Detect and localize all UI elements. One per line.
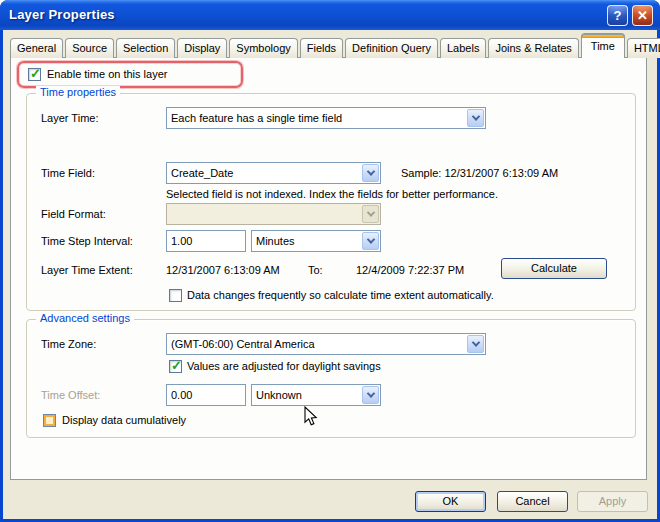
- chevron-down-icon[interactable]: [467, 109, 484, 127]
- tab-general[interactable]: General: [10, 38, 63, 58]
- tab-selection[interactable]: Selection: [116, 38, 175, 58]
- time-offset-unit-value: Unknown: [252, 389, 362, 401]
- chevron-down-icon[interactable]: [362, 164, 379, 182]
- mouse-cursor: [304, 406, 318, 427]
- time-offset-value-input[interactable]: [166, 384, 246, 406]
- daylight-savings-checkbox[interactable]: [169, 360, 182, 373]
- chevron-down-icon[interactable]: [362, 232, 379, 250]
- tab-time[interactable]: Time: [581, 33, 625, 58]
- daylight-savings-label: Values are adjusted for daylight savings: [187, 360, 381, 372]
- tab-html-popup[interactable]: HTML Popup: [627, 38, 660, 58]
- time-field-select[interactable]: Create_Date: [166, 162, 381, 184]
- time-field-sample: Sample: 12/31/2007 6:13:09 AM: [401, 167, 558, 179]
- tab-source[interactable]: Source: [65, 38, 114, 58]
- time-step-label: Time Step Interval:: [41, 235, 133, 247]
- time-offset-unit-select[interactable]: Unknown: [251, 384, 381, 406]
- cancel-button[interactable]: Cancel: [497, 491, 568, 512]
- time-field-value: Create_Date: [167, 167, 362, 179]
- extent-label: Layer Time Extent:: [41, 264, 133, 276]
- tab-fields[interactable]: Fields: [300, 38, 343, 58]
- tab-definition-query[interactable]: Definition Query: [345, 38, 438, 58]
- chevron-down-icon[interactable]: [467, 335, 484, 353]
- time-step-value-input[interactable]: [166, 230, 246, 252]
- extent-to-label: To:: [308, 264, 323, 276]
- title-bar[interactable]: Layer Properties ? ✕: [0, 0, 660, 30]
- tab-symbology[interactable]: Symbology: [229, 38, 297, 58]
- display-cumulatively-label: Display data cumulatively: [62, 414, 186, 426]
- ok-button[interactable]: OK: [415, 491, 486, 512]
- layer-time-label: Layer Time:: [41, 112, 98, 124]
- time-zone-select[interactable]: (GMT-06:00) Central America: [166, 333, 486, 355]
- enable-time-label: Enable time on this layer: [47, 68, 167, 80]
- time-properties-group-title: Time properties: [36, 86, 120, 98]
- help-icon[interactable]: ?: [607, 5, 628, 26]
- chevron-down-icon: [362, 205, 379, 223]
- auto-calculate-label: Data changes frequently so calculate tim…: [187, 289, 494, 301]
- display-cumulatively-checkbox[interactable]: [43, 414, 56, 427]
- enable-time-checkbox[interactable]: [28, 68, 41, 81]
- time-zone-value: (GMT-06:00) Central America: [167, 338, 467, 350]
- field-format-select: [166, 203, 381, 225]
- tab-display[interactable]: Display: [177, 38, 227, 58]
- auto-calculate-checkbox[interactable]: [169, 289, 182, 302]
- layer-time-select[interactable]: Each feature has a single time field: [166, 107, 486, 129]
- time-field-label: Time Field:: [41, 167, 95, 179]
- time-step-unit-value: Minutes: [252, 235, 362, 247]
- extent-start-value: 12/31/2007 6:13:09 AM: [166, 264, 280, 276]
- time-offset-label: Time Offset:: [41, 389, 100, 401]
- time-step-unit-select[interactable]: Minutes: [251, 230, 381, 252]
- window-title: Layer Properties: [9, 7, 115, 22]
- layer-properties-dialog: Layer Properties ? ✕ General Source Sele…: [0, 0, 660, 522]
- chevron-down-icon[interactable]: [362, 386, 379, 404]
- index-warning-text: Selected field is not indexed. Index the…: [166, 188, 498, 200]
- dialog-body: General Source Selection Display Symbolo…: [3, 30, 657, 519]
- advanced-settings-group-title: Advanced settings: [36, 312, 134, 324]
- apply-button[interactable]: Apply: [577, 491, 648, 512]
- tab-joins-relates[interactable]: Joins & Relates: [488, 38, 578, 58]
- extent-end-value: 12/4/2009 7:22:37 PM: [356, 264, 464, 276]
- field-format-label: Field Format:: [41, 208, 106, 220]
- time-tab-page: Enable time on this layer Time propertie…: [10, 57, 647, 480]
- tab-labels[interactable]: Labels: [440, 38, 486, 58]
- layer-time-value: Each feature has a single time field: [167, 112, 467, 124]
- calculate-button[interactable]: Calculate: [501, 258, 607, 279]
- close-icon[interactable]: ✕: [632, 5, 653, 26]
- time-zone-label: Time Zone:: [41, 338, 96, 350]
- tab-strip: General Source Selection Display Symbolo…: [10, 33, 660, 58]
